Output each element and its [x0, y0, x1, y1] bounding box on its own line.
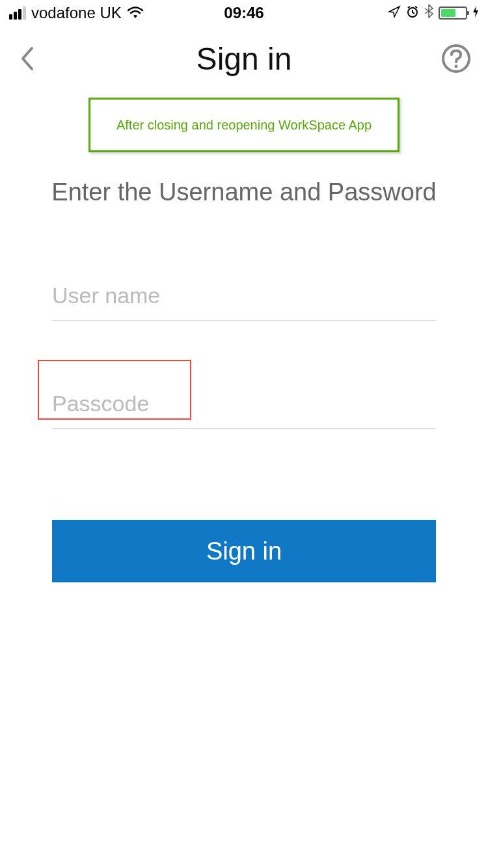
signal-icon: [9, 7, 26, 20]
wifi-icon: [127, 7, 144, 20]
status-bar: vodafone UK 09:46: [0, 0, 488, 26]
help-button[interactable]: [441, 44, 471, 74]
banner-text: After closing and reopening WorkSpace Ap…: [116, 118, 372, 133]
status-left: vodafone UK: [9, 4, 144, 22]
username-input[interactable]: [52, 278, 436, 321]
carrier-label: vodafone UK: [31, 4, 122, 22]
back-button[interactable]: [17, 42, 36, 75]
status-time: 09:46: [224, 4, 264, 22]
page-title: Sign in: [197, 41, 292, 77]
chevron-left-icon: [19, 46, 34, 72]
bluetooth-icon: [424, 4, 433, 22]
username-field-wrapper: [52, 278, 436, 321]
instruction-text: Enter the Username and Password: [0, 178, 488, 206]
passcode-field-wrapper: [52, 386, 436, 429]
nav-header: Sign in: [0, 26, 488, 91]
status-right: [388, 4, 479, 22]
alarm-icon: [406, 4, 419, 22]
signin-button[interactable]: Sign in: [52, 520, 436, 582]
info-banner: After closing and reopening WorkSpace Ap…: [88, 98, 400, 152]
charging-icon: [472, 4, 479, 22]
battery-icon: [439, 7, 467, 20]
question-circle-icon: [441, 44, 471, 74]
location-icon: [388, 4, 401, 22]
passcode-input[interactable]: [52, 386, 436, 429]
svg-point-2: [455, 65, 458, 68]
signin-form: Sign in: [0, 278, 488, 582]
